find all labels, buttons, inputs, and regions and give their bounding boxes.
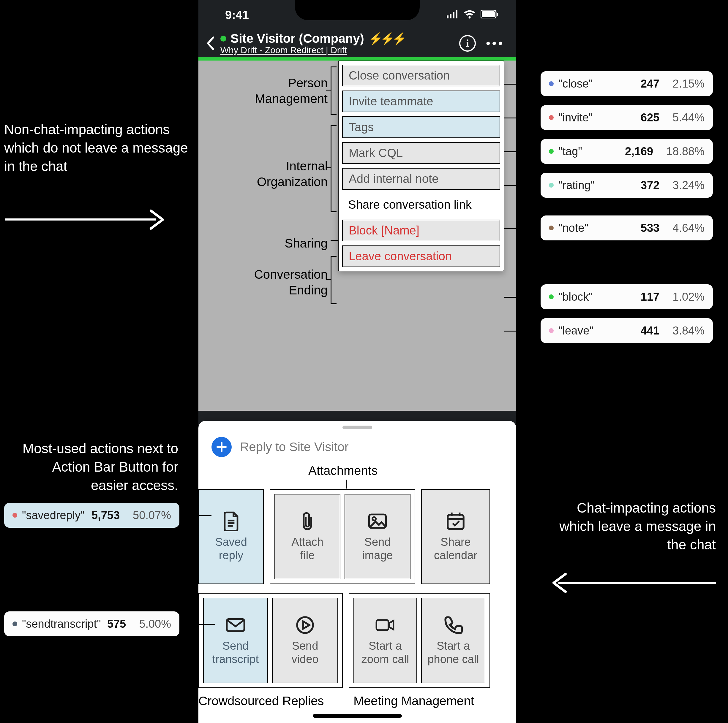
svg-rect-3 — [456, 10, 457, 18]
header-subtitle[interactable]: Why Drift - Zoom Redirect | Drift — [220, 45, 455, 55]
stat-pct: 3.24% — [673, 179, 705, 192]
stat-dot-icon — [549, 226, 554, 230]
anno-non-chat: Non-chat-impacting actions which do not … — [4, 120, 188, 175]
action-block[interactable]: Block [Name] — [342, 220, 500, 241]
stat-name: "close" — [558, 78, 636, 90]
stat-pct: 5.44% — [673, 111, 705, 124]
tile-phone-call[interactable]: Start a phone call — [421, 598, 485, 683]
stat-num: 372 — [641, 179, 659, 192]
stat-invite: "invite" 625 5.44% — [541, 105, 713, 130]
presence-dot-icon — [220, 36, 226, 41]
stat-dot-icon — [549, 183, 554, 188]
svg-rect-14 — [448, 515, 463, 529]
paperclip-icon — [297, 511, 318, 531]
anno-most-used: Most-used actions next to Action Bar But… — [18, 439, 178, 494]
stat-rating: "rating" 372 3.24% — [541, 173, 713, 198]
phone-frame: 9:41 Site Visitor (Company) ⚡⚡⚡ Why Drif… — [199, 0, 516, 723]
stat-num: 441 — [641, 324, 659, 337]
action-close-conversation[interactable]: Close conversation — [342, 65, 500, 86]
tile-zoom-call-label: Start a zoom call — [361, 639, 409, 666]
tile-attach-file[interactable]: Attach file — [274, 494, 340, 580]
lightning-icon: ⚡⚡⚡ — [368, 32, 404, 46]
reply-input[interactable]: Reply to Site Visitor — [240, 440, 349, 454]
category-internal-org: Internal Organization — [203, 159, 327, 190]
stat-savedreply: "savedreply" 5,753 50.07% — [4, 503, 179, 528]
stat-dot-icon — [12, 621, 17, 626]
tile-share-calendar[interactable]: Share calendar — [421, 489, 490, 584]
action-tags[interactable]: Tags — [342, 116, 500, 138]
signal-icon — [447, 10, 459, 20]
action-bar-sheet: Reply to Site Visitor Attachments Saved … — [199, 421, 516, 723]
svg-rect-6 — [497, 13, 498, 16]
action-add-internal-note[interactable]: Add internal note — [342, 168, 500, 190]
svg-marker-22 — [389, 621, 393, 630]
stat-dot-icon — [549, 115, 554, 120]
action-leave-conversation[interactable]: Leave conversation — [342, 246, 500, 267]
stat-num: 625 — [641, 111, 659, 124]
stat-name: "tag" — [558, 145, 620, 158]
svg-rect-2 — [453, 12, 454, 18]
compose-plus-button[interactable] — [211, 437, 232, 457]
back-button[interactable] — [204, 34, 216, 52]
caption-crowdsourced: Crowdsourced Replies — [199, 694, 324, 708]
tile-phone-call-label: Start a phone call — [427, 639, 479, 666]
tile-zoom-call[interactable]: Start a zoom call — [353, 598, 417, 683]
stat-close: "close" 247 2.15% — [541, 71, 713, 96]
tile-send-video-label: Send video — [292, 639, 319, 666]
video-icon — [375, 615, 395, 635]
action-share-link[interactable]: Share conversation link — [342, 194, 500, 215]
svg-rect-21 — [376, 620, 388, 630]
caption-attachments: Attachments — [308, 464, 378, 478]
stat-pct: 2.15% — [673, 78, 705, 90]
stat-sendtranscript: "sendtranscript" 575 5.00% — [4, 612, 179, 636]
active-indicator — [199, 57, 516, 61]
wifi-icon — [463, 10, 476, 20]
category-sharing: Sharing — [203, 236, 327, 252]
battery-icon — [480, 10, 499, 20]
header-title: Site Visitor (Company) — [231, 32, 364, 46]
arrow-head-left-icon — [548, 571, 569, 595]
svg-rect-8 — [217, 446, 226, 448]
tile-send-video[interactable]: Send video — [272, 598, 338, 683]
tile-send-transcript-label: Send transcript — [213, 639, 259, 666]
stat-num: 533 — [641, 222, 659, 235]
drag-handle[interactable] — [343, 426, 372, 429]
caption-meeting: Meeting Management — [353, 694, 474, 708]
stat-name: "note" — [558, 222, 636, 235]
stat-name: "invite" — [558, 111, 636, 124]
play-circle-icon — [295, 615, 315, 635]
category-convo-ending: Conversation Ending — [203, 267, 327, 298]
stat-name: "block" — [558, 291, 636, 304]
stat-name: "sendtranscript" — [22, 618, 102, 630]
phone-icon — [443, 615, 463, 635]
tile-share-calendar-label: Share calendar — [434, 535, 477, 562]
stat-pct: 50.07% — [133, 509, 171, 522]
home-indicator — [313, 714, 402, 718]
calendar-icon — [445, 511, 466, 531]
more-button[interactable]: ••• — [486, 36, 504, 50]
anno-chat-impacting: Chat-impacting actions which leave a mes… — [558, 499, 716, 554]
action-mark-cql[interactable]: Mark CQL — [342, 142, 500, 164]
svg-point-13 — [372, 517, 376, 520]
category-person-mgmt: Person Management — [203, 75, 327, 107]
svg-rect-1 — [450, 14, 451, 18]
tile-saved-reply[interactable]: Saved reply — [199, 489, 264, 584]
stat-dot-icon — [549, 328, 554, 333]
stat-name: "leave" — [558, 324, 636, 337]
arrow-shaft — [558, 582, 716, 584]
chat-background: Person Management Internal Organization … — [199, 61, 516, 411]
action-invite-teammate[interactable]: Invite teammate — [342, 90, 500, 112]
info-button[interactable]: i — [459, 35, 476, 52]
stat-pct: 5.00% — [139, 618, 171, 630]
stat-name: "savedreply" — [22, 509, 87, 522]
stat-note: "note" 533 4.64% — [541, 215, 713, 240]
stat-name: "rating" — [558, 179, 636, 192]
tile-send-transcript[interactable]: Send transcript — [203, 598, 268, 683]
stat-block: "block" 117 1.02% — [541, 284, 713, 309]
stat-dot-icon — [12, 513, 17, 518]
tile-send-image[interactable]: Send image — [344, 494, 410, 580]
tile-saved-reply-label: Saved reply — [215, 535, 247, 562]
stat-leave: "leave" 441 3.84% — [541, 318, 713, 343]
stat-pct: 3.84% — [673, 324, 705, 337]
actions-dropdown: Close conversation Invite teammate Tags … — [338, 61, 504, 271]
